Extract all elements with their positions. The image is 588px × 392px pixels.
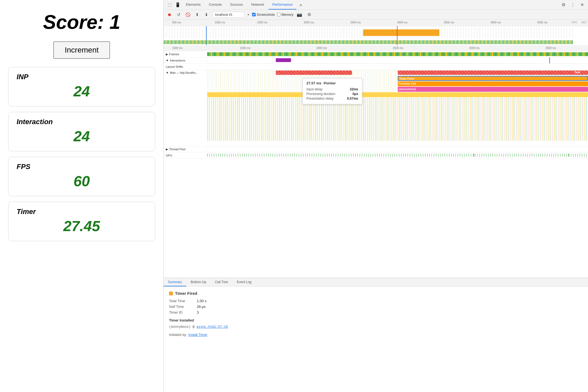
detail-ruler-3500: 3500 ms <box>546 47 556 50</box>
install-timer-link[interactable]: Install Timer <box>188 333 207 337</box>
timer-fired-label: Timer Fired <box>398 77 414 80</box>
close-icon[interactable]: ✕ <box>578 1 586 9</box>
bottom-tabs: Summary Bottom-Up Call Tree Event Log <box>164 278 588 287</box>
tooltip-pres-delay: Presentation delay 5.57ms <box>307 97 358 100</box>
ruler-mark-3500: 3500 ms <box>444 21 454 24</box>
record-button[interactable]: ⏺ <box>166 11 173 18</box>
tab-summary[interactable]: Summary <box>164 278 186 286</box>
timer-fired-bar[interactable]: Timer Fired <box>398 76 588 81</box>
inspect-icon[interactable]: ⬚ <box>166 1 173 9</box>
layout-shifts-label-text: Layout Shifts <box>166 65 183 68</box>
thread-pool-chevron[interactable]: ▶ <box>166 148 168 151</box>
ruler-mark-2000: 2000 ms <box>304 21 314 24</box>
tab-call-tree[interactable]: Call Tree <box>211 278 232 286</box>
tab-event-log[interactable]: Event Log <box>232 278 256 286</box>
perf-settings-icon[interactable]: ⚙ <box>305 11 313 19</box>
main-chevron-icon[interactable]: ▼ <box>166 71 169 74</box>
screenshots-checkbox-label[interactable]: Screenshots <box>252 13 275 17</box>
summary-timer-id: Timer ID 3 <box>169 310 583 314</box>
interactions-chevron-icon[interactable]: ▼ <box>166 59 169 62</box>
devtools-panel: ⬚ 📱 Elements Console Sources Network Per… <box>163 0 588 392</box>
tab-network[interactable]: Network <box>247 0 268 10</box>
score-title: Score: 1 <box>43 11 120 33</box>
interaction-bar-1[interactable] <box>276 58 291 62</box>
memory-checkbox-label[interactable]: Memory <box>277 13 293 17</box>
thread-pool-track: ▶ Thread Pool <box>164 146 588 152</box>
clear-button[interactable]: 🚫 <box>184 11 191 18</box>
increment-button[interactable]: Increment <box>53 41 110 59</box>
yellow-wide-bar[interactable] <box>207 92 588 97</box>
function-call-label: Function Call <box>398 82 416 85</box>
self-time-key: Self Time <box>169 305 194 309</box>
ruler-mark-4000: 4000 ms <box>490 21 501 24</box>
layout-shifts-track-label: Layout Shifts <box>164 65 207 68</box>
summary-item-title: Timer Fired <box>175 291 197 296</box>
code-line: (anonymous) @ async.html:57:10 <box>169 324 583 330</box>
ruler-mark-4500: 4500 ms <box>537 21 547 24</box>
tooltip-proc-val: 0μs <box>353 92 358 96</box>
upload-button[interactable]: ⬆ <box>194 11 201 18</box>
interaction-label: Interaction <box>17 118 147 126</box>
tab-sources[interactable]: Sources <box>226 0 247 10</box>
async-html-link[interactable]: async.html:57:10 <box>197 325 228 329</box>
screenshots-checkbox[interactable] <box>252 13 256 16</box>
gpu-bar-isolated <box>474 154 474 157</box>
tab-bottom-up[interactable]: Bottom-Up <box>186 278 210 286</box>
summary-color-indicator <box>169 292 173 295</box>
more-tabs-icon[interactable]: » <box>297 1 305 9</box>
flame-chart-lower <box>207 98 588 141</box>
frames-track-content <box>207 51 588 57</box>
timer-card: Timer 27.45 <box>8 202 155 241</box>
timeline-tracks[interactable]: 1000 ms 1500 ms 2000 ms 2500 ms 3000 ms … <box>164 45 588 278</box>
more-options-icon[interactable]: ⋮ <box>569 1 577 9</box>
interaction-tooltip: 27.57 ms Pointer Input delay 22ms Proces… <box>302 78 362 104</box>
anonymous-bar[interactable]: (anonymous) <box>398 87 588 92</box>
tab-elements[interactable]: Elements <box>182 0 204 10</box>
tooltip-proc-dur: Processing duration 0μs <box>307 92 358 96</box>
frames-track-label: ▶ Frames <box>164 53 207 56</box>
memory-checkbox[interactable] <box>277 13 281 16</box>
url-dropdown-icon[interactable]: ▼ <box>247 13 250 16</box>
timer-installed-section: Timer Installed (anonymous) @ async.html… <box>169 318 583 330</box>
detail-ruler-2500: 2500 ms <box>393 47 403 50</box>
reload-button[interactable]: ↺ <box>175 11 182 18</box>
interaction-value: 24 <box>17 128 147 145</box>
detail-ruler-3000: 3000 ms <box>469 47 479 50</box>
main-track-url: Main — http://localho... <box>170 71 198 74</box>
device-icon[interactable]: 📱 <box>174 1 182 9</box>
tab-console[interactable]: Console <box>205 0 226 10</box>
task-bar-right[interactable] <box>398 71 588 75</box>
tooltip-pres-val: 5.57ms <box>347 97 358 100</box>
function-call-bar[interactable]: Function Call <box>398 81 588 86</box>
timer-value: 27.45 <box>17 218 147 234</box>
total-time-val: 1.00 s <box>197 299 206 303</box>
interactions-track-content <box>207 57 588 63</box>
tooltip-type: Pointer <box>324 81 336 85</box>
url-selector[interactable]: localhost #1 <box>212 12 245 18</box>
time-ruler-detail: 1000 ms 1500 ms 2000 ms 2500 ms 3000 ms … <box>164 45 588 51</box>
layout-shifts-content <box>207 64 588 70</box>
main-track: ▼ Main — http://localho... Task Timer Fi… <box>164 70 588 146</box>
ruler-mark-500: 500 ms <box>172 21 181 24</box>
left-panel: Score: 1 Increment INP 24 Interaction 24… <box>0 0 163 392</box>
inp-value: 24 <box>17 83 147 100</box>
tooltip-time: 27.57 ms <box>307 81 321 85</box>
interaction-card: Interaction 24 <box>8 112 155 151</box>
ruler-mark-1000: 1000 ms <box>215 21 225 24</box>
tooltip-proc-key: Processing duration <box>307 92 335 96</box>
layout-shifts-track: Layout Shifts <box>164 64 588 70</box>
timeline-ruler: 500 ms 1000 ms 1500 ms 2000 ms 2500 ms 3… <box>164 20 588 26</box>
capture-screenshot-icon[interactable]: 📷 <box>296 11 303 19</box>
detail-ruler-1500: 1500 ms <box>240 47 250 50</box>
timeline-overview[interactable] <box>164 26 588 45</box>
gpu-label: GPU <box>164 154 207 157</box>
gpu-content <box>207 152 588 158</box>
tooltip-pres-key: Presentation delay <box>307 97 333 100</box>
settings-icon[interactable]: ⚙ <box>560 1 567 9</box>
tooltip-input-delay-val: 22ms <box>350 87 358 91</box>
gpu-bars <box>207 154 588 157</box>
task-bar-main[interactable] <box>276 71 352 75</box>
download-button[interactable]: ⬇ <box>203 11 210 18</box>
tab-performance[interactable]: Performance <box>268 0 296 10</box>
frames-chevron-icon[interactable]: ▶ <box>166 53 168 56</box>
